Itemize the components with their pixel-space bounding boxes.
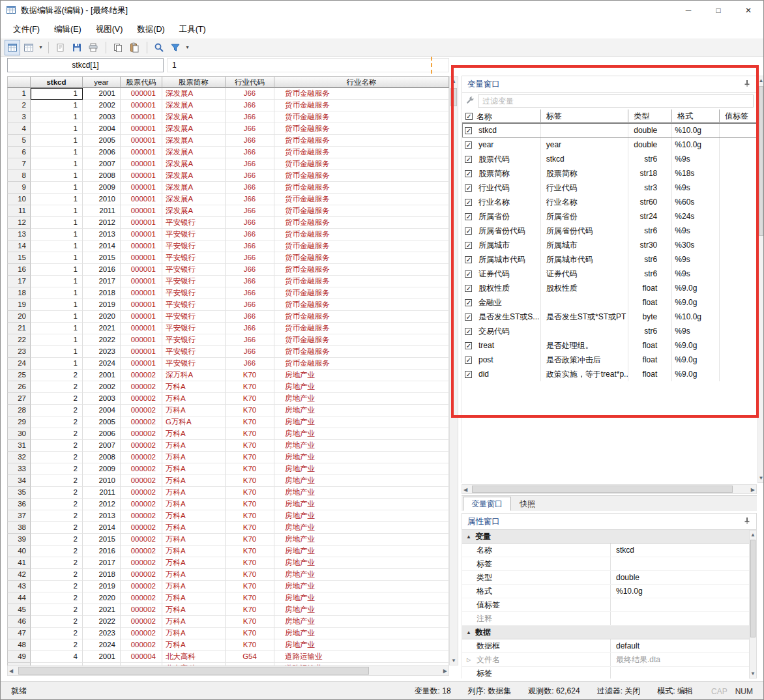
cell[interactable]: 货币金融服务	[274, 276, 449, 287]
cell[interactable]: 2003	[83, 111, 121, 123]
row-number[interactable]: 24	[7, 358, 31, 370]
cell[interactable]: 000002	[121, 452, 162, 463]
cell[interactable]: 2002	[83, 100, 121, 111]
cell[interactable]: 深发展A	[162, 147, 226, 158]
property-row[interactable]: 格式%10.0g	[462, 585, 749, 598]
cell[interactable]: 2015	[83, 252, 121, 264]
print-icon[interactable]	[85, 40, 101, 55]
cell[interactable]: 1	[31, 323, 83, 334]
cell[interactable]: 000002	[121, 569, 162, 581]
data-editor-grid-icon[interactable]	[5, 40, 20, 55]
row-number[interactable]: 28	[7, 405, 31, 416]
cell[interactable]: 万科A	[162, 440, 226, 452]
variable-checkbox-cell[interactable]: ✓	[462, 281, 475, 295]
cell[interactable]: 1	[31, 135, 83, 147]
cell[interactable]: J66	[226, 147, 274, 158]
cell[interactable]: 货币金融服务	[274, 334, 449, 346]
wrench-icon[interactable]	[462, 96, 478, 107]
cell[interactable]: 房地产业	[274, 452, 449, 463]
cell[interactable]: 2016	[83, 264, 121, 276]
cell[interactable]: 平安银行	[162, 264, 226, 276]
cell[interactable]: 2	[31, 534, 83, 546]
column-header-industry-code[interactable]: 行业代码	[226, 76, 274, 88]
cell[interactable]: J66	[226, 182, 274, 194]
variable-row[interactable]: ✓股票代码stkcdstr6%9s	[462, 152, 757, 166]
variable-checkbox-cell[interactable]: ✓	[462, 295, 475, 310]
cell[interactable]: 000002	[121, 428, 162, 440]
scroll-down-icon[interactable]: ▼	[758, 475, 764, 481]
cell[interactable]: 2	[31, 487, 83, 499]
cell[interactable]: 000002	[121, 604, 162, 616]
cell[interactable]: 000002	[121, 487, 162, 499]
cell[interactable]: K70	[226, 534, 274, 546]
cell[interactable]: 1	[31, 217, 83, 229]
cell[interactable]: 2022	[83, 616, 121, 628]
cell[interactable]: 1	[31, 147, 83, 158]
cell[interactable]: 货币金融服务	[274, 194, 449, 205]
cell[interactable]: 1	[31, 182, 83, 194]
variables-header-format[interactable]: 格式	[672, 109, 720, 123]
cell[interactable]: 2	[31, 440, 83, 452]
cell[interactable]: K70	[226, 639, 274, 651]
row-number[interactable]: 34	[7, 475, 31, 487]
cell[interactable]: 2019	[83, 299, 121, 311]
row-number[interactable]: 33	[7, 463, 31, 475]
menu-edit[interactable]: 编辑(E)	[47, 21, 89, 38]
cell[interactable]: 房地产业	[274, 393, 449, 405]
cell[interactable]: 货币金融服务	[274, 147, 449, 158]
cell[interactable]: 平安银行	[162, 311, 226, 323]
cell[interactable]: 房地产业	[274, 581, 449, 592]
select-all-checkbox[interactable]: ✓	[465, 113, 473, 120]
cell[interactable]: J66	[226, 311, 274, 323]
cell[interactable]: 平安银行	[162, 299, 226, 311]
cell[interactable]: J66	[226, 264, 274, 276]
cell[interactable]: 货币金融服务	[274, 264, 449, 276]
cell[interactable]: J66	[226, 217, 274, 229]
cell[interactable]: 房地产业	[274, 628, 449, 639]
cell[interactable]: 000001	[121, 299, 162, 311]
cell[interactable]: 2008	[83, 452, 121, 463]
cell[interactable]: 2	[31, 405, 83, 416]
cell[interactable]: 1	[31, 346, 83, 358]
cell[interactable]: 2010	[83, 475, 121, 487]
cell[interactable]: 2006	[83, 428, 121, 440]
cell[interactable]: 000002	[121, 628, 162, 639]
row-number[interactable]: 25	[7, 370, 31, 381]
variable-row[interactable]: ✓是否发生ST或S...是否发生ST或*ST或PTbyte%10.0g	[462, 310, 757, 324]
cell[interactable]: 2	[31, 546, 83, 557]
cell[interactable]: 道路运输业	[274, 651, 449, 663]
cell[interactable]: 房地产业	[274, 592, 449, 604]
cell[interactable]: 房地产业	[274, 604, 449, 616]
cell[interactable]: 2	[31, 428, 83, 440]
cell[interactable]: 货币金融服务	[274, 299, 449, 311]
cell[interactable]: 深发展A	[162, 100, 226, 111]
cell[interactable]: 000001	[121, 217, 162, 229]
property-row[interactable]: ▷文件名最终结果.dta	[462, 653, 749, 667]
cell[interactable]: 000001	[121, 311, 162, 323]
variable-checkbox-cell[interactable]: ✓	[462, 138, 475, 152]
row-number[interactable]: 37	[7, 510, 31, 522]
row-number[interactable]: 48	[7, 639, 31, 651]
scrollbar-thumb[interactable]	[450, 88, 457, 106]
cell[interactable]: K70	[226, 499, 274, 510]
row-number[interactable]: 36	[7, 499, 31, 510]
cell[interactable]: 1	[31, 287, 83, 299]
cell[interactable]: 深发展A	[162, 205, 226, 217]
cell[interactable]: 2024	[83, 358, 121, 370]
menu-view[interactable]: 视图(V)	[89, 21, 130, 38]
cell[interactable]: 2	[31, 569, 83, 581]
cell[interactable]: 2016	[83, 546, 121, 557]
row-number[interactable]: 41	[7, 557, 31, 569]
row-number[interactable]: 1	[7, 88, 31, 100]
row-number[interactable]: 9	[7, 182, 31, 194]
cell[interactable]: 万科A	[162, 393, 226, 405]
cell[interactable]: 2005	[83, 416, 121, 428]
cell[interactable]: K70	[226, 370, 274, 381]
row-number[interactable]: 8	[7, 170, 31, 182]
grid-horizontal-scrollbar[interactable]: ◀ ▶	[7, 665, 449, 676]
cell[interactable]: J66	[226, 276, 274, 287]
scrollbar-thumb[interactable]	[759, 86, 763, 236]
cell[interactable]: K70	[226, 452, 274, 463]
row-number[interactable]: 18	[7, 287, 31, 299]
cell[interactable]: 2021	[83, 323, 121, 334]
